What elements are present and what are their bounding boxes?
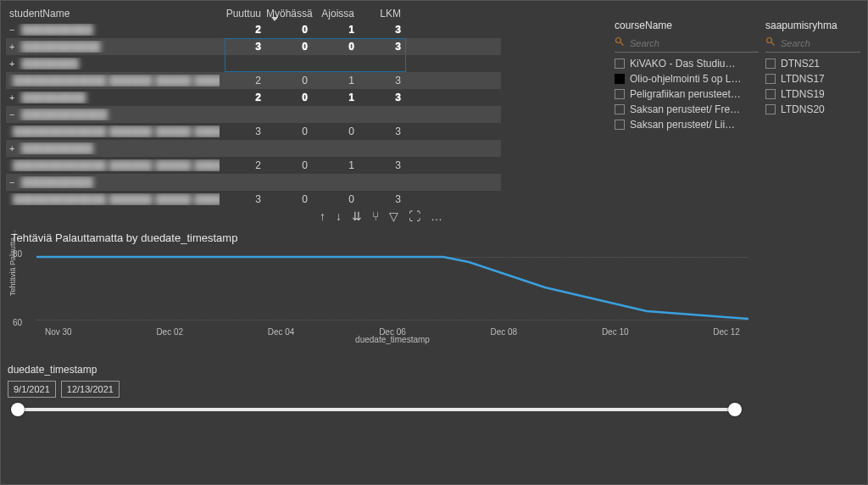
drill-up-icon[interactable]: ↑ <box>320 209 326 223</box>
cell-lkm: 3 <box>359 92 406 103</box>
slicer-item-label: KiVAKO - Das Studiu… <box>630 58 736 70</box>
table-row[interactable]: −██████████2013 <box>6 21 501 38</box>
checkbox-icon[interactable] <box>615 89 625 99</box>
slicer-item[interactable]: LTDNS19 <box>765 86 860 102</box>
timeline-title: duedate_timestamp <box>8 364 745 376</box>
more-options-icon[interactable]: … <box>431 209 442 223</box>
timeline-track[interactable] <box>18 408 735 411</box>
table-row[interactable]: █████████████ ██████ █████ ████3003 <box>6 191 501 206</box>
chart-title: Tehtäviä Palauttamatta by duedate_timest… <box>11 231 748 244</box>
slicer-item-label: Peligrafiikan perusteet… <box>630 88 741 100</box>
cell-name: −██████████ <box>6 176 220 188</box>
checkbox-icon[interactable] <box>615 120 625 130</box>
slicer-item[interactable]: KiVAKO - Das Studiu… <box>615 56 759 71</box>
slicer-item[interactable]: Olio-ohjelmointi 5 op L… <box>615 71 759 86</box>
timeline-end-date[interactable]: 12/13/2021 <box>61 381 120 398</box>
table-row[interactable]: −██████████ <box>6 174 501 191</box>
table-row[interactable]: █████████████ ██████ █████ ████2013 <box>6 72 501 89</box>
table-row[interactable]: +█████████2013 <box>6 89 501 106</box>
cell-name: +█████████ <box>6 92 220 103</box>
checkbox-icon[interactable] <box>765 59 776 69</box>
slicer-item[interactable]: Saksan perusteet/ Fre… <box>615 102 759 117</box>
cell-myohassa: 0 <box>266 41 313 53</box>
cell-puuttuu: 3 <box>220 41 266 53</box>
drill-down-icon[interactable]: ↓ <box>336 209 342 223</box>
table-row[interactable]: +████████ <box>6 55 501 72</box>
slicer-search[interactable] <box>615 35 759 53</box>
slicer-item-label: LTDNS20 <box>781 103 825 115</box>
table-row[interactable]: █████████████ ██████ █████ ████2013 <box>6 157 501 174</box>
checkbox-icon[interactable] <box>615 74 625 84</box>
checkbox-icon[interactable] <box>765 89 776 99</box>
cell-ajoissa: 0 <box>313 41 359 53</box>
slicer-item[interactable]: Saksan perusteet/ Lii… <box>615 117 759 132</box>
cell-ajoissa: 1 <box>313 75 359 86</box>
x-tick: Dec 04 <box>268 327 295 343</box>
table-row[interactable]: −████████████ <box>6 106 501 123</box>
timeline-handle-start[interactable] <box>11 403 25 416</box>
x-tick: Nov 30 <box>45 327 72 343</box>
matrix-header: studentName Puuttuu Myöhässä Ajoissa LKM <box>6 4 501 21</box>
cell-puuttuu: 3 <box>220 125 266 137</box>
focus-mode-icon[interactable]: ⛶ <box>409 209 420 223</box>
checkbox-icon[interactable] <box>765 74 776 84</box>
slicer-item[interactable]: LTDNS20 <box>765 102 860 117</box>
cell-myohassa: 0 <box>266 75 313 86</box>
col-myohassa[interactable]: Myöhässä <box>266 8 313 20</box>
search-icon <box>765 36 776 49</box>
checkbox-icon[interactable] <box>615 59 625 69</box>
table-row[interactable]: +███████████3003 <box>6 38 501 55</box>
slicer-item-label: LTDNS17 <box>781 73 825 85</box>
slicer-item-label: DTNS21 <box>781 58 820 70</box>
timeline-slicer[interactable]: duedate_timestamp 9/1/2021 12/13/2021 <box>8 364 745 415</box>
col-lkm[interactable]: LKM <box>359 8 406 20</box>
line-chart[interactable]: Tehtäviä Palauttamatta by duedate_timest… <box>11 231 748 350</box>
saapumisryhma-slicer[interactable]: saapumisryhma DTNS21LTDNS17LTDNS19LTDNS2… <box>765 20 860 117</box>
expand-all-icon[interactable]: ⇊ <box>352 209 362 223</box>
cell-lkm: 3 <box>359 41 406 53</box>
data-line <box>36 249 748 327</box>
cell-lkm: 3 <box>359 193 406 205</box>
cell-lkm: 3 <box>359 24 406 36</box>
cell-ajoissa: 1 <box>313 159 359 171</box>
search-input[interactable] <box>779 37 860 49</box>
cell-lkm: 3 <box>359 75 406 86</box>
cell-puuttuu: 2 <box>220 75 266 86</box>
cell-name: █████████████ ██████ █████ ████ <box>6 159 220 171</box>
cell-ajoissa: 1 <box>313 92 359 103</box>
svg-line-1 <box>620 42 624 46</box>
x-tick: Dec 10 <box>602 327 629 343</box>
cell-name: +███████████ <box>6 41 220 53</box>
cell-lkm: 3 <box>359 125 406 137</box>
cell-myohassa: 0 <box>266 92 313 103</box>
svg-point-0 <box>616 38 621 43</box>
cell-myohassa: 0 <box>266 24 313 36</box>
col-ajoissa[interactable]: Ajoissa <box>313 8 359 20</box>
col-puuttuu[interactable]: Puuttuu <box>220 8 266 20</box>
slicer-item-label: Saksan perusteet/ Fre… <box>630 103 740 115</box>
slicer-item[interactable]: LTDNS17 <box>765 71 860 86</box>
col-studentname[interactable]: studentName <box>6 8 220 20</box>
slicer-search[interactable] <box>765 35 860 53</box>
timeline-start-date[interactable]: 9/1/2021 <box>8 381 56 398</box>
timeline-handle-end[interactable] <box>728 403 742 416</box>
checkbox-icon[interactable] <box>615 104 625 114</box>
hierarchy-icon[interactable]: ⑂ <box>372 209 379 223</box>
slicer-item[interactable]: Peligrafiikan perusteet… <box>615 86 759 102</box>
slicer-item[interactable]: DTNS21 <box>765 56 860 71</box>
checkbox-icon[interactable] <box>765 104 776 114</box>
cell-puuttuu: 2 <box>220 92 266 103</box>
y-axis-ticks: 80 60 <box>13 249 22 327</box>
search-input[interactable] <box>628 37 759 49</box>
cell-name: █████████████ ██████ █████ ████ <box>6 75 220 86</box>
cell-name: +██████████ <box>6 142 220 154</box>
cell-ajoissa: 0 <box>313 193 359 205</box>
cell-name: −██████████ <box>6 24 220 36</box>
cell-name: −████████████ <box>6 109 220 120</box>
filter-icon[interactable]: ▽ <box>389 209 398 223</box>
table-row[interactable]: █████████████ ██████ █████ ████3003 <box>6 123 501 140</box>
student-matrix[interactable]: studentName Puuttuu Myöhässä Ajoissa LKM… <box>6 4 501 208</box>
table-row[interactable]: +██████████ <box>6 140 501 157</box>
x-tick: Dec 08 <box>491 327 518 343</box>
coursename-slicer[interactable]: courseName KiVAKO - Das Studiu…Olio-ohje… <box>615 20 759 132</box>
